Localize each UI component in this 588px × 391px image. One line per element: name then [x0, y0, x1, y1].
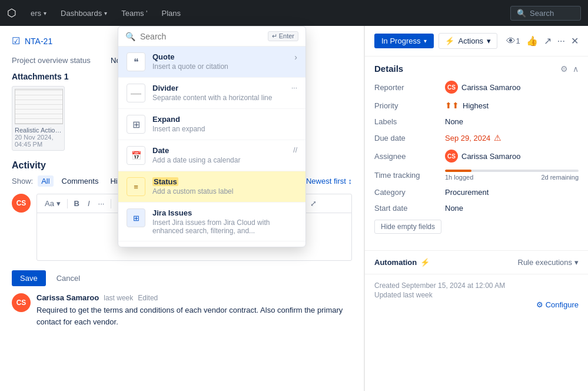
time-tracking-label: Time tracking: [374, 171, 445, 180]
labels-row: Labels None: [374, 117, 579, 126]
assignee-label: Assignee: [374, 152, 445, 161]
configure-label: Configure: [546, 300, 579, 309]
comment-avatar: CS: [12, 293, 31, 312]
app-logo: ⬡: [7, 6, 16, 19]
dropdown-item-divider[interactable]: — Divider Separate content with a horizo…: [118, 78, 305, 109]
reporter-avatar: CS: [445, 81, 458, 94]
enter-badge: ↵ Enter: [268, 31, 298, 41]
time-logged: 1h logged: [445, 174, 473, 181]
more-button[interactable]: ···: [557, 36, 565, 47]
toolbar-italic[interactable]: I: [85, 198, 93, 209]
actions-btn-label: Actions: [458, 37, 483, 45]
nav-ers[interactable]: ers ▾: [26, 6, 51, 20]
cancel-button[interactable]: Cancel: [51, 270, 86, 286]
start-date-label: Start date: [374, 204, 445, 213]
toolbar-expand[interactable]: ⤢: [307, 198, 320, 209]
reporter-row: Reporter CS Carissa Samaroo: [374, 81, 579, 94]
editor-actions: Save Cancel: [12, 270, 352, 286]
divider-title: Divider: [152, 84, 284, 92]
newest-first-btn[interactable]: Newest first ↕: [306, 177, 352, 185]
nav-search[interactable]: 🔍 Search: [510, 6, 581, 21]
dropdown-item-jira[interactable]: ⊞ Jira Issues Insert Jira issues from Ji…: [118, 203, 305, 241]
close-button[interactable]: ✕: [571, 35, 579, 47]
priority-row: Priority ⬆⬆ Highest: [374, 101, 579, 110]
date-text: Date Add a date using a calendar: [152, 146, 286, 164]
assignee-value: CS Carissa Samaroo: [445, 150, 520, 163]
save-button[interactable]: Save: [12, 270, 46, 286]
divider-shortcut: ···: [291, 84, 297, 92]
quote-title: Quote: [152, 52, 287, 61]
status-btn-label: In Progress: [381, 37, 420, 45]
due-date-label: Due date: [374, 134, 445, 143]
toolbar-more-text[interactable]: ···: [95, 198, 108, 209]
watch-count: 1: [516, 37, 520, 45]
show-label: Show:: [12, 177, 33, 185]
comment-time: last week: [104, 294, 133, 302]
jira-title: Jira Issues: [152, 208, 297, 217]
configure-button[interactable]: ⚙ Configure: [536, 300, 579, 309]
status-chevron: ▾: [424, 38, 427, 44]
configure-row: ⚙ Configure: [374, 300, 579, 309]
details-gear-icon[interactable]: ⚙: [560, 64, 568, 74]
divider-icon-box: —: [127, 84, 145, 102]
priority-icon: ⬆⬆: [445, 101, 459, 110]
nav-dashboards[interactable]: Dashboards ▾: [56, 6, 112, 20]
filter-all[interactable]: All: [38, 175, 53, 187]
details-collapse-icon[interactable]: ∧: [573, 64, 579, 74]
right-toolbar-icons: 👁 1 👍 ↗ ··· ✕: [506, 35, 579, 47]
view-more-row[interactable]: ··· View more: [118, 241, 305, 247]
dropdown-item-expand[interactable]: ⊞ Expand Insert an expand: [118, 109, 305, 140]
jira-desc: Insert Jira issues from Jira Cloud with …: [152, 218, 297, 235]
time-remaining: 2d remaining: [541, 174, 579, 181]
comment-body: Carissa Samaroo last week Edited Require…: [36, 293, 352, 327]
automation-rule: Rule executions ▾: [518, 258, 579, 267]
share-button[interactable]: ↗: [544, 35, 552, 47]
time-tracking-value: 1h logged 2d remaining: [445, 170, 579, 181]
top-nav: ⬡ ers ▾ Dashboards ▾ Teams ' Plans 🔍 Sea…: [0, 0, 588, 26]
assignee-row: Assignee CS Carissa Samaroo: [374, 150, 579, 163]
dropdown-item-quote[interactable]: ❝ Quote Insert a quote or citation ›: [118, 47, 305, 78]
status-title: Status: [152, 177, 297, 186]
due-date-row: Due date Sep 29, 2024 ⚠: [374, 133, 579, 143]
assignee-avatar: CS: [445, 150, 458, 163]
editor-avatar: CS: [12, 194, 31, 213]
dropdown-list: ❝ Quote Insert a quote or citation › — D…: [118, 47, 305, 247]
toolbar-bold[interactable]: B: [71, 198, 82, 209]
dropdown-item-status[interactable]: ≡ Status Add a custom status label: [118, 171, 305, 203]
nav-plans[interactable]: Plans: [157, 6, 186, 20]
assignee-name: Carissa Samaroo: [461, 152, 520, 161]
time-tracking-row: Time tracking 1h logged 2d remaining: [374, 170, 579, 181]
category-row: Category Procurement: [374, 188, 579, 197]
divider-desc: Separate content with a horizontal line: [152, 94, 284, 102]
quote-arrow: ›: [294, 52, 297, 62]
search-dropdown: 🔍 ↵ Enter ❝ Quote Insert a quote or cita…: [118, 26, 306, 247]
status-text: Status Add a custom status label: [152, 177, 297, 196]
automation-chevron-icon: ▾: [574, 258, 579, 267]
like-button[interactable]: 👍: [526, 35, 538, 47]
actions-button[interactable]: ⚡ Actions ▾: [438, 33, 497, 49]
dropdown-search-input[interactable]: [140, 32, 263, 41]
configure-gear-icon: ⚙: [536, 300, 543, 309]
issue-checkbox[interactable]: ☑: [12, 35, 20, 47]
reporter-value: CS Carissa Samaroo: [445, 81, 520, 94]
due-date-text: Sep 29, 2024: [445, 134, 490, 143]
priority-label: Priority: [374, 101, 445, 110]
dropdown-item-date[interactable]: 📅 Date Add a date using a calendar //: [118, 140, 305, 171]
details-title: Details: [374, 64, 403, 74]
jira-icon-box: ⊞: [127, 208, 145, 227]
due-date-value: Sep 29, 2024 ⚠: [445, 133, 501, 143]
status-button[interactable]: In Progress ▾: [374, 34, 434, 48]
comment-entry: CS Carissa Samaroo last week Edited Requ…: [12, 293, 352, 327]
filter-comments[interactable]: Comments: [58, 175, 102, 187]
time-bar-fill: [445, 170, 471, 172]
automation-rule-text: Rule executions: [518, 258, 573, 267]
details-header: Details ⚙ ∧: [374, 64, 579, 74]
watch-button[interactable]: 👁 1: [506, 36, 520, 47]
labels-value: None: [445, 117, 463, 126]
toolbar-font-size[interactable]: Aa ▾: [42, 198, 64, 209]
comment-edited: Edited: [138, 294, 158, 302]
hide-empty-btn[interactable]: Hide empty fields: [374, 220, 441, 234]
attachment-thumb[interactable]: Realistic Action, ...ary.csv 20 Nov 2024…: [12, 86, 65, 151]
nav-teams[interactable]: Teams ': [117, 6, 152, 20]
due-warning-icon: ⚠: [494, 133, 501, 143]
